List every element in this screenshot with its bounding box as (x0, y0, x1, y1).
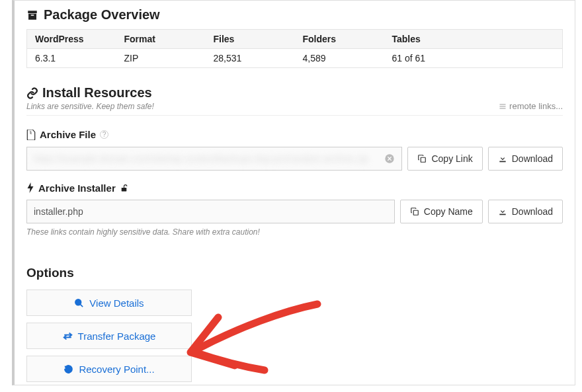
svg-marker-13 (28, 182, 34, 193)
col-folders: Folders (294, 30, 384, 49)
svg-rect-12 (499, 161, 505, 162)
svg-rect-0 (28, 11, 37, 13)
sensitive-links-note: Links are sensitive. Keep them safe! (26, 102, 154, 111)
recovery-point-label: Recovery Point... (79, 364, 154, 375)
view-details-button[interactable]: View Details (26, 290, 192, 316)
archive-installer-label: Archive Installer (38, 182, 116, 194)
transfer-package-label: Transfer Package (78, 331, 156, 342)
bars-icon (499, 102, 507, 110)
copy-icon (410, 207, 419, 216)
col-empty (473, 30, 562, 49)
svg-rect-8 (30, 132, 30, 133)
undo-icon (63, 364, 73, 374)
col-wordpress: WordPress (27, 30, 116, 49)
svg-line-18 (81, 304, 83, 307)
val-folders: 4,589 (294, 49, 384, 68)
copy-name-button[interactable]: Copy Name (400, 200, 483, 223)
val-format: ZIP (116, 49, 205, 68)
installer-name-field[interactable]: installer.php (26, 200, 395, 223)
install-resources-title: Install Resources (42, 85, 152, 100)
svg-rect-4 (500, 106, 506, 106)
recovery-point-button[interactable]: Recovery Point... (26, 356, 192, 382)
val-files: 28,531 (205, 49, 294, 68)
download-archive-button[interactable]: Download (488, 147, 563, 171)
transfer-package-button[interactable]: Transfer Package (26, 323, 192, 349)
clear-icon[interactable] (384, 153, 395, 164)
install-resources-heading: Install Resources (26, 85, 154, 100)
svg-rect-11 (421, 157, 426, 162)
archive-file-label: Archive File (40, 129, 96, 140)
svg-rect-15 (413, 210, 418, 215)
col-format: Format (116, 30, 205, 49)
download-icon (498, 154, 507, 163)
archive-file-label-row: Archive File ? (26, 129, 108, 140)
val-tables: 61 of 61 (384, 49, 473, 68)
copy-icon (417, 154, 427, 163)
svg-rect-1 (28, 13, 36, 19)
svg-point-17 (75, 299, 81, 305)
copy-link-label: Copy Link (431, 153, 472, 164)
archive-file-url-field[interactable]: https://example-domain.com/site/wp-conte… (26, 147, 402, 171)
help-icon[interactable]: ? (100, 130, 108, 139)
svg-rect-7 (30, 132, 31, 132)
remote-links-toggle[interactable]: remote links... (499, 101, 563, 111)
svg-rect-14 (121, 187, 126, 190)
col-tables: Tables (384, 30, 473, 49)
archive-file-url-value: https://example-domain.com/site/wp-conte… (34, 153, 379, 164)
link-icon (26, 87, 38, 99)
search-icon (74, 298, 84, 308)
svg-rect-9 (30, 133, 31, 134)
copy-link-button[interactable]: Copy Link (407, 147, 482, 171)
copy-name-label: Copy Name (424, 206, 473, 217)
svg-rect-2 (31, 15, 34, 16)
svg-rect-5 (500, 108, 506, 108)
download-archive-label: Download (512, 153, 553, 164)
file-archive-icon (26, 130, 36, 140)
remote-links-label: remote links... (509, 101, 563, 111)
download-installer-button[interactable]: Download (488, 200, 563, 223)
download-installer-label: Download (512, 206, 553, 217)
archive-installer-label-row: Archive Installer (26, 182, 128, 194)
sensitive-data-caution: These links contain highly sensitive dat… (26, 227, 563, 237)
divider (26, 115, 563, 116)
svg-rect-3 (500, 104, 506, 104)
options-heading: Options (26, 266, 563, 280)
val-wordpress: 6.3.1 (27, 49, 116, 68)
view-details-label: View Details (89, 297, 144, 309)
download-icon (498, 207, 507, 216)
svg-rect-16 (499, 214, 505, 216)
archive-box-icon (26, 9, 38, 21)
unlock-icon (120, 184, 128, 192)
installer-name-value: installer.php (34, 206, 83, 217)
svg-rect-6 (30, 131, 30, 132)
package-overview-heading: Package Overview (26, 7, 563, 22)
col-files: Files (205, 30, 294, 49)
package-overview-title: Package Overview (44, 7, 160, 22)
package-overview-table: WordPress Format Files Folders Tables 6.… (26, 29, 563, 68)
exchange-icon (63, 331, 73, 341)
bolt-icon (26, 182, 34, 193)
